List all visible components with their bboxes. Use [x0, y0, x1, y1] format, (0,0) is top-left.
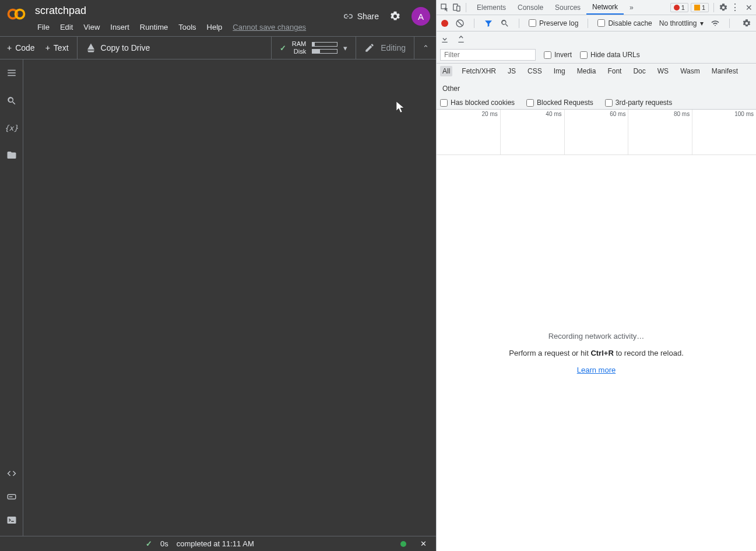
kernel-status-dot[interactable] [400, 541, 406, 547]
left-sidebar: {x} [0, 59, 23, 536]
extra-filters-row: Has blocked cookies Blocked Requests 3rd… [437, 96, 756, 110]
type-img[interactable]: Img [551, 66, 568, 76]
invert-checkbox[interactable]: Invert [544, 51, 572, 59]
waterfall-timeline[interactable]: 20 ms 40 ms 60 ms 80 ms 100 ms [437, 110, 756, 155]
filter-row: Invert Hide data URLs [437, 47, 756, 64]
menu-insert[interactable]: Insert [106, 20, 134, 34]
clear-icon[interactable] [455, 19, 465, 28]
warning-count-badge[interactable]: 1 [691, 3, 709, 12]
disk-label: Disk [292, 48, 306, 55]
menu-bar: File Edit View Insert Runtime Tools Help… [33, 20, 342, 34]
timeline-tick: 60 ms [610, 111, 625, 117]
type-wasm[interactable]: Wasm [678, 66, 702, 76]
timeline-tick: 80 ms [674, 111, 690, 117]
device-toggle-icon[interactable] [452, 3, 461, 12]
share-label: Share [357, 12, 379, 21]
notebook-title[interactable]: scratchpad [33, 3, 342, 18]
user-avatar[interactable]: A [412, 7, 430, 26]
hint-text: Perform a request or hit Ctrl+R to recor… [509, 349, 684, 357]
devtools-top-bar: Elements Console Sources Network » 1 1 ⋮… [437, 0, 756, 15]
type-fetch[interactable]: Fetch/XHR [459, 66, 498, 76]
files-icon[interactable] [6, 150, 17, 160]
close-status-button[interactable]: ✕ [420, 539, 427, 548]
tab-elements[interactable]: Elements [471, 0, 512, 15]
devtools-pane: Elements Console Sources Network » 1 1 ⋮… [436, 0, 756, 551]
menu-runtime[interactable]: Runtime [135, 20, 173, 34]
network-settings-icon[interactable] [742, 19, 751, 28]
blocked-requests-checkbox[interactable]: Blocked Requests [526, 99, 593, 107]
network-conditions-icon[interactable] [711, 19, 720, 28]
tab-sources[interactable]: Sources [549, 0, 586, 15]
inspect-icon[interactable] [440, 3, 449, 12]
type-font[interactable]: Font [605, 66, 624, 76]
collapse-header-button[interactable]: ⌃ [414, 37, 429, 59]
link-icon [342, 11, 353, 22]
type-css[interactable]: CSS [525, 66, 544, 76]
drive-icon [86, 43, 96, 53]
type-ws[interactable]: WS [655, 66, 671, 76]
type-media[interactable]: Media [575, 66, 599, 76]
svg-rect-4 [7, 517, 16, 524]
error-count-badge[interactable]: 1 [670, 3, 688, 12]
settings-icon[interactable] [389, 10, 401, 22]
export-har-icon[interactable] [456, 34, 466, 44]
svg-rect-3 [9, 496, 12, 497]
throttling-select[interactable]: No throttling▾ [659, 19, 704, 27]
terminal-icon[interactable] [6, 515, 17, 525]
colab-pane: scratchpad File Edit View Insert Runtime… [0, 0, 436, 551]
type-manifest[interactable]: Manifest [709, 66, 740, 76]
type-other[interactable]: Other [440, 83, 462, 94]
colab-header: scratchpad File Edit View Insert Runtime… [0, 0, 436, 36]
type-doc[interactable]: Doc [631, 66, 648, 76]
type-all[interactable]: All [440, 66, 452, 76]
share-button[interactable]: Share [342, 11, 379, 22]
devtools-close-button[interactable]: ✕ [746, 3, 753, 12]
request-type-filter: All Fetch/XHR JS CSS Img Media Font Doc … [437, 64, 756, 96]
hide-data-urls-checkbox[interactable]: Hide data URLs [580, 51, 640, 59]
blocked-cookies-checkbox[interactable]: Has blocked cookies [440, 99, 515, 107]
colab-logo-icon[interactable] [6, 3, 27, 24]
third-party-checkbox[interactable]: 3rd-party requests [605, 99, 672, 107]
type-js[interactable]: JS [505, 66, 518, 76]
menu-file[interactable]: File [33, 20, 54, 34]
svg-rect-7 [457, 6, 460, 11]
plus-icon: + [7, 43, 12, 52]
devtools-settings-icon[interactable] [719, 3, 728, 12]
status-message: completed at 11:11 AM [177, 539, 254, 548]
resources-button[interactable]: ✓ RAM Disk ▾ [271, 37, 356, 59]
editing-mode-button[interactable]: Editing [356, 37, 414, 59]
add-code-button[interactable]: + Code [7, 43, 35, 52]
caret-down-icon[interactable]: ▾ [343, 44, 347, 52]
search-icon[interactable] [500, 19, 509, 28]
timeline-tick: 20 ms [482, 111, 498, 117]
filter-input[interactable] [440, 49, 536, 61]
filter-icon[interactable] [484, 19, 493, 28]
variables-icon[interactable]: {x} [5, 124, 18, 132]
menu-view[interactable]: View [79, 20, 104, 34]
network-toolbar: Preserve log Disable cache No throttling… [437, 15, 756, 31]
copy-to-drive-button[interactable]: Copy to Drive [78, 43, 150, 53]
search-icon[interactable] [6, 96, 17, 106]
cannot-save-label[interactable]: Cannot save changes [228, 20, 311, 34]
more-tabs-button[interactable]: » [624, 0, 639, 15]
command-palette-icon[interactable] [6, 492, 17, 502]
notebook-canvas[interactable] [23, 59, 436, 536]
devtools-menu-button[interactable]: ⋮ [730, 2, 740, 13]
menu-tools[interactable]: Tools [174, 20, 201, 34]
import-har-icon[interactable] [440, 34, 449, 44]
toc-icon[interactable] [6, 68, 17, 78]
record-button[interactable] [441, 20, 448, 27]
colab-toolbar: + Code + Text Copy to Drive ✓ RAM Disk ▾ [0, 36, 436, 59]
network-empty-state: Recording network activity… Perform a re… [437, 155, 756, 551]
status-bar: ✓ 0s completed at 11:11 AM ✕ [0, 536, 436, 551]
disable-cache-checkbox[interactable]: Disable cache [597, 19, 652, 27]
disk-bar [312, 49, 337, 54]
code-snippets-icon[interactable] [6, 468, 17, 479]
menu-edit[interactable]: Edit [55, 20, 78, 34]
menu-help[interactable]: Help [202, 20, 227, 34]
tab-network[interactable]: Network [586, 0, 624, 15]
learn-more-link[interactable]: Learn more [577, 366, 616, 374]
add-text-button[interactable]: + Text [45, 43, 69, 52]
preserve-log-checkbox[interactable]: Preserve log [529, 19, 578, 27]
tab-console[interactable]: Console [512, 0, 549, 15]
